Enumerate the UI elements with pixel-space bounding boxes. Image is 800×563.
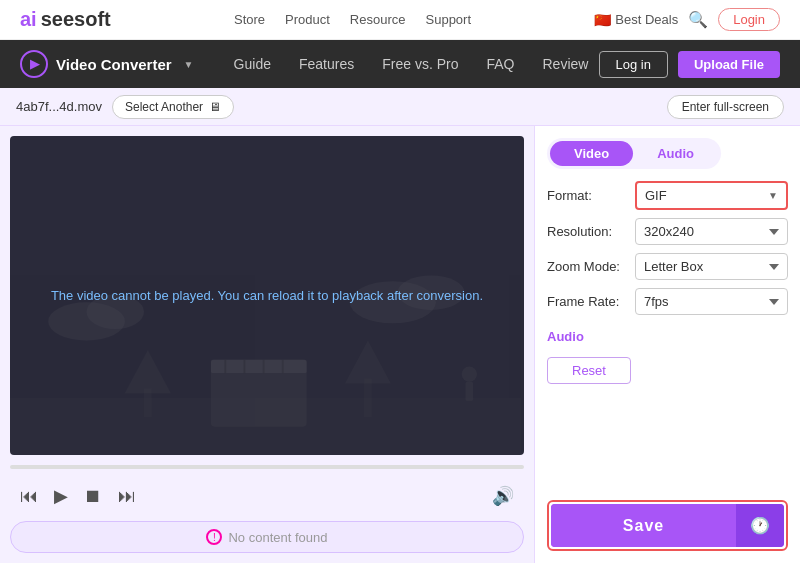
logo-seesoft: seesoft xyxy=(41,8,111,31)
svg-point-15 xyxy=(462,366,477,381)
audio-section: Audio xyxy=(547,327,788,345)
fast-forward-button[interactable]: ⏭ xyxy=(116,484,138,509)
product-dropdown-arrow[interactable]: ▼ xyxy=(184,59,194,70)
format-select[interactable]: GIF xyxy=(637,183,768,208)
framerate-row: Frame Rate: 7fps xyxy=(547,288,788,315)
video-message: The video cannot be played. You can relo… xyxy=(21,288,513,303)
play-button[interactable]: ▶ xyxy=(52,483,70,509)
save-btn-row: Save 🕐 xyxy=(551,504,784,547)
stop-button[interactable]: ⏹ xyxy=(82,484,104,509)
best-deals-link[interactable]: 🇨🇳 Best Deals xyxy=(594,12,678,28)
file-name: 4ab7f...4d.mov xyxy=(16,99,102,114)
enter-fullscreen-button[interactable]: Enter full-screen xyxy=(667,95,784,119)
store-link[interactable]: Store xyxy=(234,12,265,27)
no-content-bar: ! No content found xyxy=(10,521,524,553)
reset-row: Reset xyxy=(547,357,788,384)
framerate-select[interactable]: 7fps xyxy=(635,288,788,315)
volume-button[interactable]: 🔊 xyxy=(490,483,516,509)
resource-link[interactable]: Resource xyxy=(350,12,406,27)
resolution-select[interactable]: 320x240 xyxy=(635,218,788,245)
product-icon: ▶ xyxy=(20,50,48,78)
top-nav-right: 🇨🇳 Best Deals 🔍 Login xyxy=(594,8,780,31)
zoom-label: Zoom Mode: xyxy=(547,259,627,274)
framerate-label: Frame Rate: xyxy=(547,294,627,309)
clock-icon: 🕐 xyxy=(750,516,770,535)
warning-icon: ! xyxy=(206,529,222,545)
save-button[interactable]: Save xyxy=(551,504,736,547)
resolution-row: Resolution: 320x240 xyxy=(547,218,788,245)
product-logo: ▶ Video Converter ▼ xyxy=(20,50,194,78)
second-nav-right: Log in Upload File xyxy=(599,51,780,78)
best-deals-label: Best Deals xyxy=(615,12,678,27)
reset-button[interactable]: Reset xyxy=(547,357,631,384)
format-label: Format: xyxy=(547,188,627,203)
main-content: The video cannot be played. You can relo… xyxy=(0,126,800,563)
logo-ai: ai xyxy=(20,8,37,31)
rewind-button[interactable]: ⏮ xyxy=(18,484,40,509)
faq-link[interactable]: FAQ xyxy=(486,56,514,72)
flag-icon: 🇨🇳 xyxy=(594,12,611,28)
file-bar: 4ab7f...4d.mov Select Another 🖥 Enter fu… xyxy=(0,88,800,126)
product-name: Video Converter xyxy=(56,56,172,73)
select-another-button[interactable]: Select Another 🖥 xyxy=(112,95,234,119)
review-link[interactable]: Review xyxy=(542,56,588,72)
login-button[interactable]: Login xyxy=(718,8,780,31)
video-panel: The video cannot be played. You can relo… xyxy=(0,126,534,563)
top-nav-links: Store Product Resource Support xyxy=(234,12,471,27)
format-tabs: Video Audio xyxy=(547,138,721,169)
svg-rect-13 xyxy=(364,378,372,416)
svg-rect-16 xyxy=(465,381,473,400)
resolution-label: Resolution: xyxy=(547,224,627,239)
format-select-wrap: GIF ▼ xyxy=(635,181,788,210)
top-navbar: aiseesoft Store Product Resource Support… xyxy=(0,0,800,40)
no-content-label: No content found xyxy=(228,530,327,545)
svg-marker-14 xyxy=(345,340,391,383)
tab-audio[interactable]: Audio xyxy=(633,141,718,166)
login-button-2[interactable]: Log in xyxy=(599,51,668,78)
logo: aiseesoft xyxy=(20,8,111,31)
second-navbar: ▶ Video Converter ▼ Guide Features Free … xyxy=(0,40,800,88)
features-link[interactable]: Features xyxy=(299,56,354,72)
guide-link[interactable]: Guide xyxy=(234,56,271,72)
zoom-select[interactable]: Letter Box xyxy=(635,253,788,280)
save-wrap: Save 🕐 xyxy=(547,500,788,551)
video-progress-bar[interactable] xyxy=(10,465,524,469)
free-vs-pro-link[interactable]: Free vs. Pro xyxy=(382,56,458,72)
settings-rows: Format: GIF ▼ Resolution: 320x240 Zoom M… xyxy=(547,181,788,315)
select-another-label: Select Another xyxy=(125,100,203,114)
search-icon[interactable]: 🔍 xyxy=(688,10,708,29)
svg-marker-12 xyxy=(125,350,171,393)
format-row: Format: GIF ▼ xyxy=(547,181,788,210)
audio-section-label: Audio xyxy=(547,329,584,344)
monitor-icon: 🖥 xyxy=(209,100,221,114)
second-nav-links: Guide Features Free vs. Pro FAQ Review xyxy=(224,56,599,72)
settings-panel: Video Audio Format: GIF ▼ Resolution: 32… xyxy=(534,126,800,563)
tab-video[interactable]: Video xyxy=(550,141,633,166)
product-link[interactable]: Product xyxy=(285,12,330,27)
file-bar-left: 4ab7f...4d.mov Select Another 🖥 xyxy=(16,95,234,119)
zoom-mode-row: Zoom Mode: Letter Box xyxy=(547,253,788,280)
video-controls: ⏮ ▶ ⏹ ⏭ 🔊 xyxy=(10,479,524,513)
upload-file-button[interactable]: Upload File xyxy=(678,51,780,78)
save-clock-button[interactable]: 🕐 xyxy=(736,504,784,547)
format-dropdown-icon: ▼ xyxy=(768,190,786,201)
playback-controls: ⏮ ▶ ⏹ ⏭ xyxy=(18,483,138,509)
video-container: The video cannot be played. You can relo… xyxy=(10,136,524,455)
support-link[interactable]: Support xyxy=(426,12,472,27)
